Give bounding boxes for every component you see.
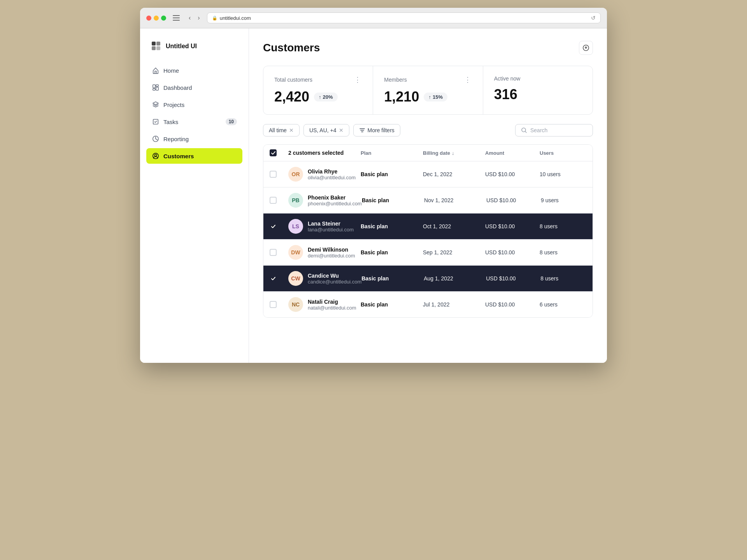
search-placeholder: Search bbox=[530, 127, 547, 133]
plan-demi: Basic plan bbox=[361, 249, 423, 256]
address-bar[interactable]: 🔒 untitledui.com ↺ bbox=[207, 12, 601, 23]
customer-name-lana: Lana Steiner bbox=[308, 220, 354, 227]
table-row-olivia[interactable]: OR Olivia Rhye olivia@untitledui.com Bas… bbox=[263, 161, 593, 187]
table-row-demi[interactable]: DW Demi Wilkinson demi@untitledui.com Ba… bbox=[263, 240, 593, 266]
page-title: Customers bbox=[263, 42, 320, 54]
table-row-candice[interactable]: CW Candice Wu candice@untitledui.com Bas… bbox=[263, 266, 593, 292]
filter-location-label: US, AU, +4 bbox=[309, 127, 337, 133]
svg-rect-6 bbox=[156, 46, 160, 50]
back-button[interactable]: ‹ bbox=[186, 14, 193, 22]
plan-natali: Basic plan bbox=[361, 301, 423, 308]
users-demi: 8 users bbox=[540, 249, 586, 256]
home-icon bbox=[152, 66, 160, 74]
table-row-natali[interactable]: NC Natali Craig natali@untitledui.com Ba… bbox=[263, 292, 593, 317]
amount-demi: USD $10.00 bbox=[485, 249, 540, 256]
amount-phoenix: USD $10.00 bbox=[486, 197, 541, 203]
filter-location[interactable]: US, AU, +4 ✕ bbox=[303, 124, 349, 136]
users-candice: 8 users bbox=[540, 275, 587, 282]
search-box[interactable]: Search bbox=[515, 124, 593, 136]
stat-active-value: 316 bbox=[494, 86, 582, 103]
lock-icon: 🔒 bbox=[212, 16, 217, 21]
svg-rect-9 bbox=[156, 87, 158, 90]
stat-total-badge: ↑ 20% bbox=[314, 93, 338, 102]
table-row-phoenix[interactable]: PB Phoenix Baker phoenix@untitledui.com … bbox=[263, 187, 593, 214]
stat-total-value: 2,420 ↑ 20% bbox=[274, 89, 362, 105]
tasks-badge: 10 bbox=[226, 118, 237, 125]
sidebar-item-tasks[interactable]: Tasks 10 bbox=[146, 114, 242, 130]
th-billing: Billing date ↓ bbox=[423, 150, 485, 156]
sidebar-item-home-label: Home bbox=[163, 67, 179, 74]
customer-info-demi: DW Demi Wilkinson demi@untitledui.com bbox=[288, 245, 361, 260]
row-candice-checkbox[interactable] bbox=[270, 275, 277, 282]
row-natali-checkbox[interactable] bbox=[270, 301, 277, 308]
stat-members-badge: ↑ 15% bbox=[424, 93, 447, 102]
billing-lana: Oct 1, 2022 bbox=[423, 223, 485, 229]
browser-chrome: ‹ › 🔒 untitledui.com ↺ bbox=[140, 8, 607, 28]
minimize-dot[interactable] bbox=[154, 16, 159, 21]
avatar-demi: DW bbox=[288, 245, 303, 260]
layers-icon bbox=[152, 101, 160, 108]
customer-email-lana: lana@untitledui.com bbox=[308, 227, 354, 233]
sidebar-item-customers[interactable]: Customers bbox=[146, 148, 242, 164]
sidebar-toggle-button[interactable] bbox=[171, 14, 182, 22]
download-button[interactable] bbox=[579, 41, 593, 55]
sidebar-item-projects[interactable]: Projects bbox=[146, 97, 242, 112]
billing-candice: Aug 1, 2022 bbox=[424, 275, 486, 282]
sidebar-item-reporting[interactable]: Reporting bbox=[146, 131, 242, 147]
amount-candice: USD $10.00 bbox=[486, 275, 540, 282]
logo: Untitled UI bbox=[146, 38, 242, 55]
avatar-natali: NC bbox=[288, 297, 303, 312]
users-lana: 8 users bbox=[540, 223, 586, 229]
billing-demi: Sep 1, 2022 bbox=[423, 249, 485, 256]
customer-info-candice: CW Candice Wu candice@untitledui.com bbox=[288, 271, 361, 286]
main-content: Customers Total customers ⋮ 2,420 bbox=[249, 28, 607, 363]
row-demi-checkbox[interactable] bbox=[270, 249, 277, 256]
svg-rect-4 bbox=[156, 42, 160, 46]
filters-row: All time ✕ US, AU, +4 ✕ More filters bbox=[263, 124, 593, 136]
customers-table: 2 customers selected Plan Billing date ↓… bbox=[263, 144, 593, 318]
svg-rect-10 bbox=[153, 89, 155, 91]
row-lana-checkbox[interactable] bbox=[270, 223, 277, 230]
forward-button[interactable]: › bbox=[195, 14, 202, 22]
sidebar-item-projects-label: Projects bbox=[163, 102, 184, 108]
filter-location-close[interactable]: ✕ bbox=[339, 127, 344, 133]
customer-name-natali: Natali Craig bbox=[308, 299, 356, 305]
maximize-dot[interactable] bbox=[161, 16, 166, 21]
plan-phoenix: Basic plan bbox=[362, 197, 424, 203]
browser-window: ‹ › 🔒 untitledui.com ↺ Untitled U bbox=[140, 8, 607, 363]
plan-lana: Basic plan bbox=[361, 223, 423, 229]
sidebar-item-home[interactable]: Home bbox=[146, 63, 242, 78]
filter-all-time-close[interactable]: ✕ bbox=[289, 127, 294, 133]
customer-name-phoenix: Phoenix Baker bbox=[308, 194, 362, 201]
app-layout: Untitled UI Home bbox=[140, 28, 607, 363]
users-natali: 6 users bbox=[540, 301, 586, 308]
customer-email-olivia: olivia@untitledui.com bbox=[308, 175, 356, 180]
filter-all-time[interactable]: All time ✕ bbox=[263, 124, 300, 136]
sidebar-item-dashboard[interactable]: Dashboard bbox=[146, 80, 242, 95]
avatar-phoenix: PB bbox=[288, 193, 303, 208]
sidebar: Untitled UI Home bbox=[140, 28, 249, 363]
amount-natali: USD $10.00 bbox=[485, 301, 540, 308]
svg-point-14 bbox=[154, 154, 156, 156]
select-all-checkbox[interactable] bbox=[270, 149, 277, 156]
stat-total-menu[interactable]: ⋮ bbox=[354, 75, 362, 84]
stat-members-menu[interactable]: ⋮ bbox=[464, 75, 472, 84]
filter-more-button[interactable]: More filters bbox=[353, 124, 400, 136]
row-olivia-checkbox[interactable] bbox=[270, 171, 277, 178]
svg-rect-7 bbox=[153, 85, 155, 88]
browser-dots bbox=[146, 16, 166, 21]
amount-lana: USD $10.00 bbox=[485, 223, 540, 229]
table-header: 2 customers selected Plan Billing date ↓… bbox=[263, 145, 593, 161]
th-amount: Amount bbox=[485, 150, 540, 156]
sidebar-item-tasks-label: Tasks bbox=[163, 119, 178, 125]
table-row-lana[interactable]: LS Lana Steiner lana@untitledui.com Basi… bbox=[263, 214, 593, 240]
row-phoenix-checkbox[interactable] bbox=[270, 197, 277, 204]
customer-name-olivia: Olivia Rhye bbox=[308, 168, 356, 175]
refresh-button[interactable]: ↺ bbox=[591, 15, 596, 21]
close-dot[interactable] bbox=[146, 16, 151, 21]
customer-name-candice: Candice Wu bbox=[308, 273, 361, 279]
customer-info-olivia: OR Olivia Rhye olivia@untitledui.com bbox=[288, 167, 361, 182]
stats-row: Total customers ⋮ 2,420 ↑ 20% Members bbox=[263, 66, 593, 115]
customer-email-candice: candice@untitledui.com bbox=[308, 279, 361, 285]
billing-natali: Jul 1, 2022 bbox=[423, 301, 485, 308]
